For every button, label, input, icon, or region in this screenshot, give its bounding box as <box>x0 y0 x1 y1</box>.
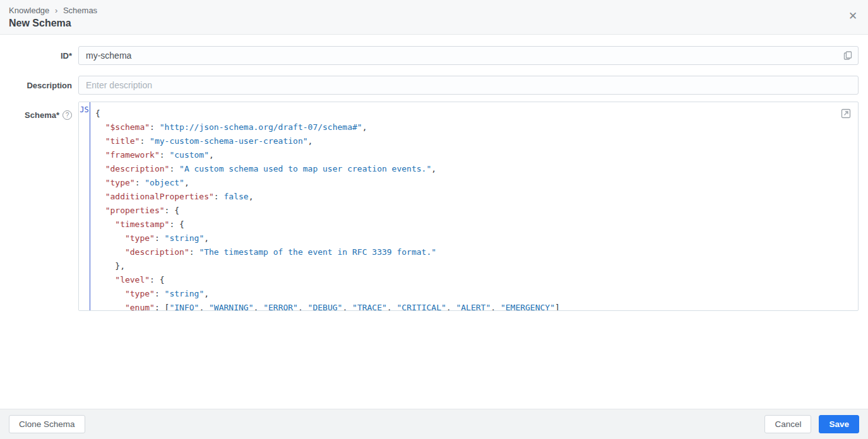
dialog-footer: Clone Schema Cancel Save <box>0 409 868 439</box>
id-field-control <box>78 46 859 65</box>
code-line: "framework": "custom", <box>95 148 852 162</box>
code-line: "description": "The timestamp of the eve… <box>95 245 852 259</box>
save-button[interactable]: Save <box>819 415 859 433</box>
description-input[interactable] <box>78 76 859 95</box>
code-line: }, <box>95 259 852 273</box>
description-field-row: Description <box>0 76 868 95</box>
code-line: "type": "string", <box>95 231 852 245</box>
code-line: "description": "A custom schema used to … <box>95 162 852 176</box>
code-lines[interactable]: { "$schema": "http://json-schema.org/dra… <box>90 102 858 310</box>
new-schema-dialog: Knowledge › Schemas New Schema ✕ ID* Des… <box>0 0 868 439</box>
schema-field-label-text: Schema* <box>25 110 59 120</box>
breadcrumb-separator: › <box>55 6 57 15</box>
id-field-row: ID* <box>0 46 868 65</box>
code-line: "properties": { <box>95 204 852 218</box>
code-line: "level": { <box>95 273 852 287</box>
code-line: "type": "string", <box>95 287 852 301</box>
help-icon[interactable]: ? <box>62 110 72 120</box>
close-icon[interactable]: ✕ <box>845 9 860 24</box>
footer-actions: Cancel Save <box>764 415 859 433</box>
code-line: "timestamp": { <box>95 218 852 231</box>
description-field-control <box>78 76 859 95</box>
breadcrumb-schemas[interactable]: Schemas <box>63 6 97 15</box>
code-line: "additionalProperties": false, <box>95 190 852 204</box>
clone-schema-button[interactable]: Clone Schema <box>9 415 85 433</box>
id-input[interactable] <box>78 46 859 65</box>
code-line: "type": "object", <box>95 176 852 190</box>
description-field-label: Description <box>0 81 78 90</box>
breadcrumb-knowledge[interactable]: Knowledge <box>9 6 49 15</box>
code-line: "title": "my-custom-schema-user-creation… <box>95 134 852 148</box>
cancel-button[interactable]: Cancel <box>764 415 811 433</box>
schema-field-control: JS { "$schema": "http://json-schema.org/… <box>78 102 859 311</box>
schema-code-editor[interactable]: JS { "$schema": "http://json-schema.org/… <box>78 102 859 311</box>
breadcrumb: Knowledge › Schemas <box>9 6 859 16</box>
expand-icon[interactable] <box>840 108 852 120</box>
editor-language-label: JS <box>80 105 88 114</box>
schema-field-label: Schema* ? <box>0 102 78 120</box>
schema-form: ID* Description Schema* ? <box>0 35 868 311</box>
editor-language-gutter: JS <box>78 102 90 311</box>
code-line: "$schema": "http://json-schema.org/draft… <box>95 120 852 134</box>
code-line: { <box>95 107 852 120</box>
dialog-header: Knowledge › Schemas New Schema ✕ <box>0 0 868 35</box>
page-title: New Schema <box>9 18 859 29</box>
id-field-label: ID* <box>0 51 78 61</box>
schema-field-row: Schema* ? JS { "$schema": "http://json-s… <box>0 102 868 311</box>
copy-icon[interactable] <box>841 49 854 62</box>
code-line: "enum": ["INFO", "WARNING", "ERROR", "DE… <box>95 301 852 310</box>
